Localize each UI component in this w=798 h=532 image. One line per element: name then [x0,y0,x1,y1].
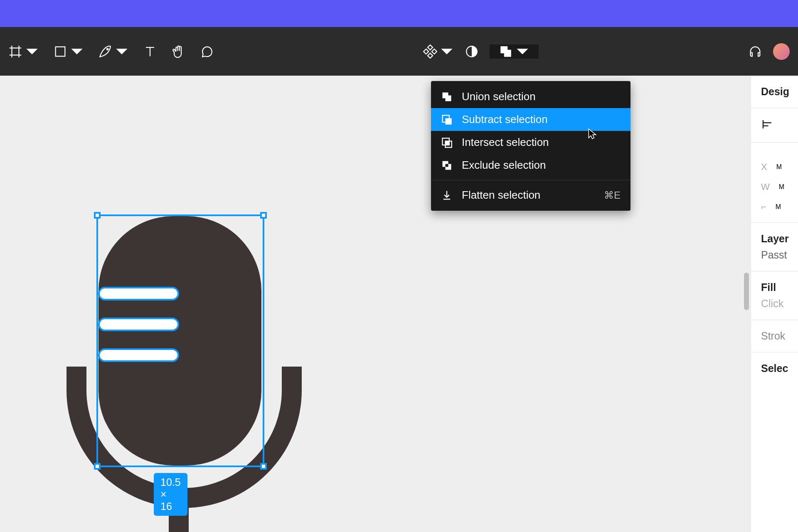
rectangle-icon [53,44,67,59]
resize-handle-bl[interactable] [94,463,101,470]
panel-stroke: Strok [751,320,798,352]
vertical-scrollbar[interactable] [744,273,749,310]
panel-transform: XM WM ⌐M [751,143,798,223]
align-left-icon[interactable] [761,118,773,131]
selection-box[interactable] [96,214,264,467]
flatten-icon [441,190,453,201]
chevron-down-icon [25,44,39,59]
exclude-icon [441,160,453,171]
comment-tool[interactable] [200,44,214,59]
toolbar-right-group [748,43,790,60]
layer-blend-mode[interactable]: Passt [761,249,798,261]
prop-w-label: W [761,182,770,192]
svg-point-5 [107,48,108,49]
components-tool[interactable] [423,44,454,59]
panel-align [751,108,798,143]
menu-exclude-selection[interactable]: Exclude selection [431,154,631,177]
selection-dimensions-badge: 10.5 × 16 [154,473,187,516]
hand-icon [171,44,185,59]
boolean-union-icon [499,44,513,59]
text-tool[interactable] [143,44,157,59]
chevron-down-icon [115,44,129,59]
toolbar-left-group [8,44,214,59]
menu-label: Union selection [462,90,536,103]
prop-w-value[interactable]: M [779,183,784,191]
panel-tabs: Desig [751,76,798,108]
chevron-down-icon [70,44,84,59]
panel-selection-colors: Selec [751,352,798,384]
svg-rect-11 [432,49,437,54]
selection-colors-title: Selec [761,362,798,374]
menu-label: Exclude selection [462,159,546,172]
chevron-down-icon [440,44,454,59]
canvas[interactable]: 10.5 × 16 [0,76,751,532]
headphones-icon [748,44,762,59]
components-icon [423,44,437,59]
frame-icon [8,44,22,59]
prop-x-label: X [761,162,767,172]
tab-design[interactable]: Desig [761,86,789,97]
cursor-pointer-icon [588,128,597,140]
frame-tool[interactable] [8,44,39,59]
menu-intersect-selection[interactable]: Intersect selection [431,131,631,154]
boolean-dropdown: Union selection Subtract selection Inter… [431,81,631,211]
boolean-tool[interactable] [490,44,539,59]
resize-handle-br[interactable] [260,463,267,470]
shape-tool[interactable] [53,44,84,59]
svg-rect-20 [446,141,449,145]
toolbar [0,27,798,76]
svg-rect-8 [428,45,433,50]
toolbar-center-group [423,44,539,59]
prop-angle-label: ⌐ [761,202,766,212]
fill-title: Fill [761,281,798,293]
menu-subtract-selection[interactable]: Subtract selection [431,108,631,131]
pen-icon [98,44,112,59]
resize-handle-tl[interactable] [94,212,101,219]
fill-hint[interactable]: Click [761,298,798,310]
pen-tool[interactable] [98,44,129,59]
svg-rect-10 [424,49,429,54]
menu-divider [431,180,631,180]
menu-label: Intersect selection [462,136,549,149]
menu-label: Subtract selection [462,113,548,126]
hand-tool[interactable] [171,44,185,59]
resize-handle-tr[interactable] [260,212,267,219]
menu-union-selection[interactable]: Union selection [431,85,631,108]
avatar[interactable] [773,43,790,60]
right-panel: Desig XM WM ⌐M Layer Passt Fill Click St… [751,76,798,532]
layer-title: Layer [761,233,798,245]
top-banner [0,0,798,27]
comment-icon [200,44,214,59]
mask-icon [465,44,479,59]
union-icon [441,91,453,103]
menu-label: Flatten selection [462,189,540,202]
prop-x-value[interactable]: M [776,163,782,171]
chevron-down-icon [515,44,530,59]
mask-tool[interactable] [465,44,479,59]
stroke-title[interactable]: Strok [761,330,798,342]
panel-layer: Layer Passt [751,223,798,271]
svg-rect-17 [446,118,452,124]
audio-chat[interactable] [748,44,762,59]
menu-flatten-selection[interactable]: Flatten selection ⌘E [431,184,631,207]
subtract-icon [441,114,453,126]
menu-shortcut: ⌘E [604,190,621,201]
prop-angle-value[interactable]: M [776,203,781,211]
text-icon [143,44,157,59]
panel-fill: Fill Click [751,271,798,320]
svg-rect-9 [428,53,433,58]
intersect-icon [441,137,453,148]
svg-rect-4 [56,47,65,56]
